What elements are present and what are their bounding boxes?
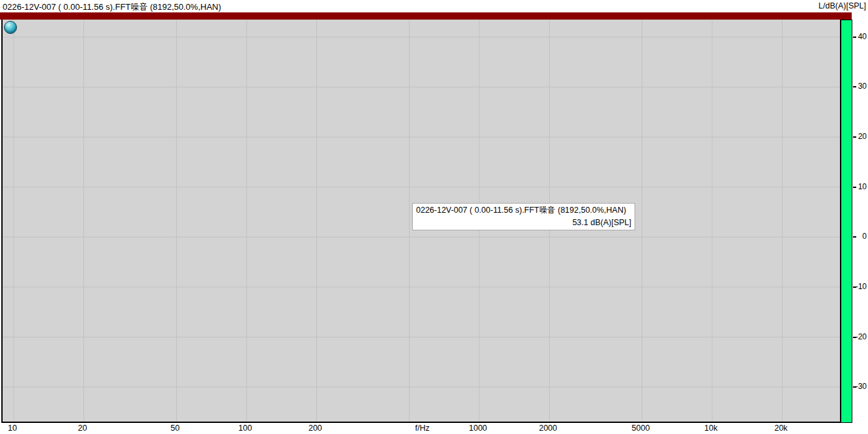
- legend-series-label: 0226-12V-007 ( 0.00-11.56 s).FFT噪音 (8192…: [416, 205, 631, 216]
- title-underline-bar: [0, 12, 852, 20]
- fft-analyzer-window: 0226-12V-007 ( 0.00-11.56 s).FFT噪音 (8192…: [0, 0, 868, 434]
- y-tick-label: 40: [852, 32, 867, 41]
- legend-box[interactable]: 0226-12V-007 ( 0.00-11.56 s).FFT噪音 (8192…: [412, 203, 635, 230]
- x-tick-label: 2000: [539, 424, 557, 433]
- y-tick-label: -10: [852, 282, 867, 291]
- legend-overall-level: 53.1 dB(A)[SPL]: [440, 218, 631, 227]
- legend-row: 53.1 dB(A)[SPL]: [416, 218, 631, 227]
- x-tick-label: 200: [308, 424, 322, 433]
- chart-title-bar: 0226-12V-007 ( 0.00-11.56 s).FFT噪音 (8192…: [0, 0, 868, 12]
- chart-title: 0226-12V-007 ( 0.00-11.56 s).FFT噪音 (8192…: [3, 1, 221, 13]
- y-tick-label: -30: [852, 382, 867, 391]
- x-axis-unit-label: f/Hz: [415, 424, 430, 433]
- x-tick-label: 50: [171, 424, 180, 433]
- x-tick-label: 10k: [704, 424, 717, 433]
- series-color-swatch: [417, 222, 440, 224]
- level-colorbar: [841, 20, 852, 423]
- x-tick-label: 20: [78, 424, 87, 433]
- navigation-ball-icon[interactable]: [4, 21, 17, 34]
- y-tick-label: 0: [852, 232, 867, 241]
- x-tick-label: 5000: [632, 424, 650, 433]
- y-tick-label: -20: [852, 332, 867, 341]
- y-tick-label: 10: [852, 182, 867, 191]
- y-tick-label: 30: [852, 82, 867, 91]
- plot-area[interactable]: 0226-12V-007 ( 0.00-11.56 s).FFT噪音 (8192…: [1, 20, 841, 423]
- x-tick-label: 1000: [469, 424, 487, 433]
- x-tick-label: 10: [8, 424, 17, 433]
- fft-curve: [3, 53, 798, 339]
- x-tick-label: 100: [239, 424, 252, 433]
- x-tick-label: 20k: [774, 424, 787, 433]
- y-tick-label: 20: [852, 132, 867, 141]
- y-unit-label: L/dB(A)[SPL]: [818, 1, 866, 10]
